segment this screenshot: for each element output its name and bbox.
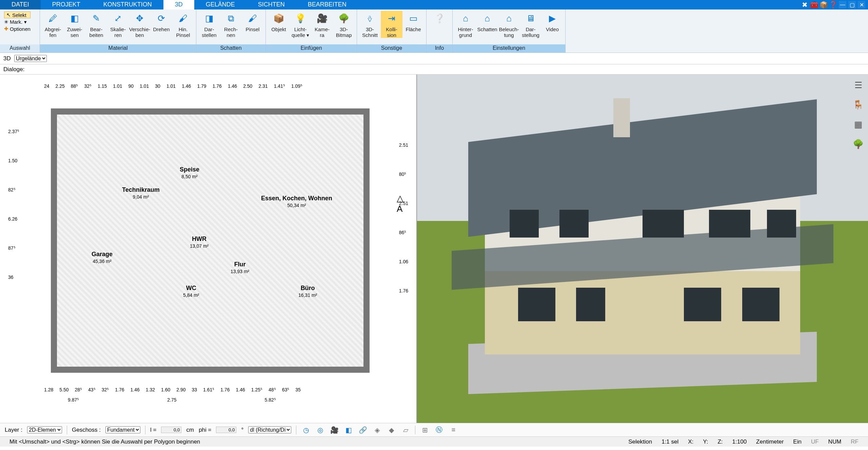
dimension-value: 1.28 <box>44 387 53 392</box>
ribbon-lichtquelle[interactable]: 💡Licht-quelle ▾ <box>290 11 311 38</box>
ribbon-bearbeiten[interactable]: ✎Bear-beiten <box>85 11 107 38</box>
grid-icon[interactable]: ⊞ <box>420 425 430 435</box>
tools-icon[interactable]: ✖ <box>801 1 808 8</box>
tree-icon[interactable]: 🌳 <box>852 138 865 150</box>
ribbon-kamera[interactable]: 🎥Kame-ra <box>311 11 333 38</box>
link-icon[interactable]: 🔗 <box>358 425 368 435</box>
ribbon-label: 3D-Schnitt <box>362 26 378 38</box>
window-controls: ✖ 🧰 📦 ❓ — ▢ ✕ <box>801 0 868 9</box>
tab-sichten[interactable]: SICHTEN <box>246 0 296 9</box>
close-button[interactable]: ✕ <box>858 1 865 8</box>
ribbon-verschieben[interactable]: ✥Verschie-ben <box>129 11 151 38</box>
group-label-schatten: Schatten <box>196 44 265 53</box>
status-selektion: Selektion <box>624 438 657 445</box>
ribbon-darstellung[interactable]: 🖥Dar-stellung <box>520 11 541 38</box>
box-icon[interactable]: 📦 <box>820 1 827 8</box>
lichtquelle-icon: 💡 <box>294 12 307 25</box>
ribbon-darstellen[interactable]: ◨Dar-stellen <box>198 11 220 38</box>
dimension-value: 2.31 <box>258 83 268 89</box>
ribbon-3d-bitmap[interactable]: 🌳3D-Bitmap <box>333 11 355 38</box>
kamera-icon: 🎥 <box>315 12 329 25</box>
package-icon[interactable]: 🧰 <box>810 1 818 8</box>
3d-view[interactable]: ☰ 🪑 ▦ 🌳 <box>417 75 868 423</box>
group-label-material: Material <box>40 44 196 53</box>
tab-datei[interactable]: DATEI <box>0 0 41 9</box>
materials-icon[interactable]: ▦ <box>852 118 865 131</box>
dimension-value: 6.26 <box>8 216 19 222</box>
ribbon-rechnen[interactable]: ⧉Rech-nen <box>220 11 242 38</box>
ribbon-objekt[interactable]: 📦Objekt <box>268 11 290 32</box>
ribbon-label: Kame-ra <box>315 26 330 38</box>
geschoss-label: Geschoss : <box>72 427 101 433</box>
minimize-button[interactable]: — <box>839 1 846 8</box>
plan-view[interactable]: Speise8,50 m²Technikraum9,04 m²Essen, Ko… <box>0 75 417 423</box>
layers-icon[interactable]: ☰ <box>852 79 865 91</box>
dimension-value: 43⁵ <box>88 387 96 392</box>
tab-3d[interactable]: 3D <box>163 0 194 9</box>
room-label: Büro16,31 m² <box>298 285 317 299</box>
cube-icon[interactable]: ◧ <box>344 425 353 435</box>
layer-label: Layer : <box>5 427 22 433</box>
layer-select[interactable]: 2D-Elemen <box>27 426 62 433</box>
ribbon-label: Objekt <box>271 26 286 32</box>
ribbon-label: Abgrei-fen <box>45 26 61 38</box>
marker-icon: ✳ <box>4 19 8 25</box>
ribbon-beleuchtung[interactable]: ⌂Beleuch-tung <box>498 11 520 38</box>
tab-konstruktion[interactable]: KONSTRUKTION <box>92 0 163 9</box>
help-icon[interactable]: ❓ <box>829 1 837 8</box>
phi-input[interactable] <box>216 427 236 433</box>
dimension-value: 1.46 <box>228 83 237 89</box>
dl-select[interactable]: dl (Richtung/Di <box>248 426 291 433</box>
building-outline <box>51 108 370 373</box>
dimension-value: 87⁵ <box>8 245 19 251</box>
dimension-value: 2.51 <box>399 142 408 148</box>
dimension-value: 30 <box>155 83 160 89</box>
status-sel: 1:1 sel <box>657 438 683 445</box>
tab-gelaende[interactable]: GELÄNDE <box>194 0 246 9</box>
tab-projekt[interactable]: PROJEKT <box>41 0 92 9</box>
maximize-button[interactable]: ▢ <box>848 1 856 8</box>
optionen-button[interactable]: ✚ Optionen <box>4 26 31 32</box>
ribbon-video[interactable]: ▶Video <box>541 11 563 32</box>
status-unit: Zentimeter <box>751 438 788 445</box>
room-label: Speise8,50 m² <box>180 166 199 180</box>
ribbon-zuweisen[interactable]: ◧Zuwei-sen <box>64 11 85 38</box>
rechnen-icon: ⧉ <box>224 12 238 25</box>
dimension-value: 1.76 <box>399 288 408 293</box>
dimension-value: 1.79 <box>197 83 206 89</box>
ribbon-kollision[interactable]: ⇥Kolli-sion <box>381 11 402 38</box>
layers2-icon[interactable]: ◈ <box>372 425 382 435</box>
dialoge-label: Dialoge: <box>3 66 24 73</box>
plane-icon[interactable]: ▱ <box>401 425 410 435</box>
ribbon-schatten[interactable]: ⌂Schatten <box>476 11 498 32</box>
clock-icon[interactable]: ◷ <box>301 425 311 435</box>
ribbon-info[interactable]: ❔ <box>429 11 450 26</box>
selekt-button[interactable]: ↖ Selekt <box>4 12 31 18</box>
ribbon-hintergrund[interactable]: ⌂Hinter-grund <box>455 11 476 38</box>
bars-icon[interactable]: ≡ <box>449 425 458 435</box>
l-input[interactable] <box>161 427 181 433</box>
phi-unit: ° <box>241 427 243 433</box>
camera-icon[interactable]: 🎥 <box>330 425 339 435</box>
ribbon-flaeche[interactable]: ▭Fläche <box>402 11 424 32</box>
tab-bearbeiten[interactable]: BEARBEITEN <box>296 0 358 9</box>
dimension-value: 33 <box>192 387 197 392</box>
ribbon-label: Kolli-sion <box>386 26 397 38</box>
ribbon-label: Dar-stellung <box>522 26 539 38</box>
ribbon-skalieren[interactable]: ⤢Skalie-ren <box>107 11 129 38</box>
furniture-icon[interactable]: 🪑 <box>852 98 865 111</box>
status-num: NUM <box>824 438 846 445</box>
ribbon-hin-pinsel[interactable]: 🖌Hin.Pinsel <box>172 11 194 38</box>
stack-icon[interactable]: ◆ <box>387 425 396 435</box>
n-icon[interactable]: Ⓝ <box>434 425 444 435</box>
ribbon-3d-schnitt[interactable]: ⎀3D-Schnitt <box>359 11 381 38</box>
mark-dropdown[interactable]: ✳ Mark. ▾ <box>4 19 31 25</box>
terrain-dropdown[interactable]: Urgelände <box>14 55 47 62</box>
ribbon-pinsel[interactable]: 🖌Pinsel <box>242 11 263 32</box>
ribbon-abgreifen[interactable]: 🖉Abgrei-fen <box>42 11 64 38</box>
l-label: l = <box>150 427 156 433</box>
ribbon-drehen[interactable]: ⟳Drehen <box>151 11 172 32</box>
target-icon[interactable]: ◎ <box>315 425 325 435</box>
geschoss-select[interactable]: Fundament <box>105 426 140 433</box>
dimension-value: 1.01 <box>140 83 149 89</box>
